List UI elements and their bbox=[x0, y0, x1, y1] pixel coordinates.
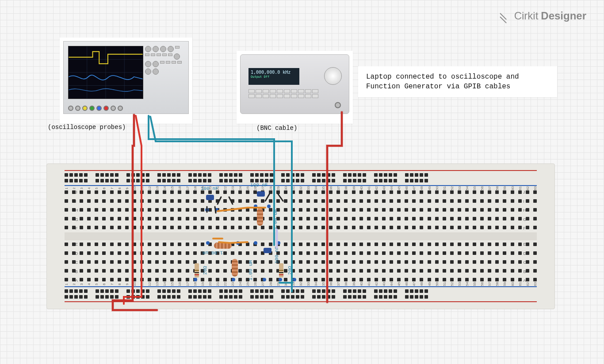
label-cap-1: 100 nF bbox=[201, 186, 218, 191]
oscilloscope-screen bbox=[68, 46, 143, 99]
function-generator-output bbox=[335, 102, 341, 108]
label-ind-2: 1.00 uH bbox=[203, 250, 223, 255]
function-generator-screen: 1,000,000.0 kHz Output Off bbox=[248, 68, 299, 85]
function-generator-buttons bbox=[248, 89, 324, 98]
logo-icon bbox=[499, 11, 511, 21]
label-ind-3: 1.00 uH bbox=[248, 260, 253, 281]
breadboard-field-bottom: EDCBA EDCBA bbox=[65, 243, 537, 282]
note-line-2: Function Generator via GPIB cables bbox=[366, 83, 510, 91]
fg-display-main: 1,000,000.0 kHz bbox=[251, 70, 291, 75]
oscilloscope-card[interactable] bbox=[60, 38, 192, 124]
label-cap-2: 100 nF bbox=[250, 182, 268, 188]
capacitor-3[interactable] bbox=[264, 248, 271, 253]
function-generator-card[interactable]: 1,000,000.0 kHz Output Off bbox=[237, 51, 353, 124]
caption-probes: (oscilloscope probes) bbox=[48, 124, 126, 131]
note-card: Laptop connected to oscilloscope and Fun… bbox=[358, 66, 557, 97]
app-logo: Cirkit Designer bbox=[499, 10, 586, 22]
function-generator-body: 1,000,000.0 kHz Output Off bbox=[240, 54, 349, 114]
breadboard[interactable]: 1234567891011121314151617181920212223242… bbox=[46, 163, 555, 309]
fg-display-aux: Output Off bbox=[251, 75, 297, 79]
caption-bnc: (BNC cable) bbox=[256, 125, 297, 132]
inductor-2[interactable] bbox=[214, 243, 232, 249]
capacitor-2[interactable] bbox=[257, 191, 265, 197]
oscilloscope-controls bbox=[145, 46, 185, 99]
note-line-1: Laptop connected to oscilloscope and bbox=[366, 73, 519, 81]
logo-text-2: Designer bbox=[541, 10, 586, 22]
logo-text-1: Cirkit bbox=[514, 10, 539, 22]
capacitor-1[interactable] bbox=[206, 195, 214, 200]
label-res-2: 20Ω bbox=[287, 266, 293, 275]
label-ind-1: 1.00 uH bbox=[273, 209, 278, 230]
label-res-1: 20Ω bbox=[203, 266, 208, 275]
breadboard-field-top: JIHGF JIHGF bbox=[65, 190, 537, 230]
oscilloscope-body bbox=[63, 41, 189, 114]
breadboard-power-rail-bottom bbox=[65, 285, 537, 303]
resistor-2[interactable] bbox=[279, 263, 283, 277]
inductor-1[interactable] bbox=[257, 208, 263, 226]
inductor-3[interactable] bbox=[232, 259, 238, 277]
oscilloscope-ports bbox=[68, 106, 123, 111]
breadboard-power-rail-top bbox=[65, 169, 537, 187]
resistor-1[interactable] bbox=[195, 263, 199, 277]
breadboard-center-gap bbox=[65, 232, 537, 240]
function-generator-knob bbox=[324, 67, 342, 85]
label-cap-3: 100 nF bbox=[274, 246, 279, 264]
